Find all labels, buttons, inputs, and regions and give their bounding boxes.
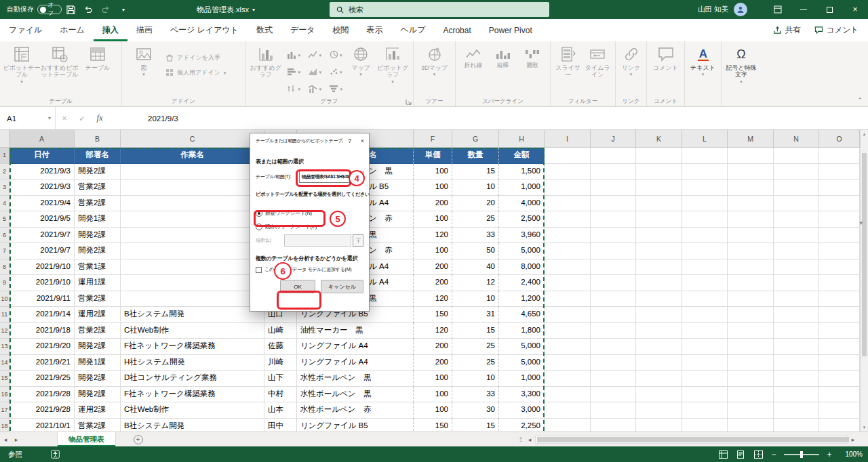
cell[interactable] xyxy=(545,339,591,355)
cell[interactable] xyxy=(774,339,819,355)
column-header-L[interactable]: L xyxy=(682,130,728,148)
scroll-down-icon[interactable]: ▾ xyxy=(861,425,868,430)
dialog-launcher-icon[interactable] xyxy=(406,99,412,105)
cell[interactable] xyxy=(636,419,682,432)
cell[interactable] xyxy=(819,211,860,228)
vertical-scrollbar[interactable]: ▴ ▾ xyxy=(860,130,868,432)
cell[interactable] xyxy=(728,339,774,355)
cell[interactable] xyxy=(682,196,728,212)
zoom-slider-thumb[interactable] xyxy=(800,451,803,458)
tab-data[interactable]: データ xyxy=(281,19,324,41)
formula-input[interactable]: 2021/9/3 xyxy=(148,107,178,129)
cell[interactable] xyxy=(545,211,591,228)
cell[interactable] xyxy=(636,259,682,276)
cell[interactable] xyxy=(774,228,819,244)
cell[interactable]: 1,000 xyxy=(499,180,545,196)
cell[interactable] xyxy=(728,323,774,339)
sparkline-column-button[interactable]: 縦棒 xyxy=(488,43,518,68)
cell[interactable] xyxy=(636,291,682,308)
cell[interactable]: 2021/9/4 xyxy=(9,196,75,212)
share-button[interactable]: 共有 xyxy=(773,25,801,35)
cell[interactable] xyxy=(545,275,591,291)
cell[interactable] xyxy=(591,228,636,244)
cell[interactable]: 4,650 xyxy=(499,307,545,323)
cell[interactable]: 2021/9/25 xyxy=(9,371,75,387)
cell[interactable] xyxy=(728,371,774,387)
cell[interactable] xyxy=(591,371,636,387)
cell[interactable] xyxy=(591,148,636,164)
cell[interactable]: D社コンサルティング業務 xyxy=(121,371,264,387)
cell[interactable] xyxy=(728,180,774,196)
cell[interactable] xyxy=(682,211,728,228)
column-header-B[interactable]: B xyxy=(75,130,121,148)
column-header-M[interactable]: M xyxy=(728,130,774,148)
cell[interactable]: 作業名 xyxy=(121,148,264,164)
cell[interactable] xyxy=(728,402,774,419)
cell[interactable]: 開発2課 xyxy=(75,164,121,180)
cell[interactable] xyxy=(545,307,591,323)
cell[interactable]: 水性ボールペン 黒 xyxy=(297,387,414,403)
cell[interactable]: 運用2課 xyxy=(75,402,121,419)
sparkline-winloss-button[interactable]: 勝敗 xyxy=(517,43,547,68)
cell[interactable] xyxy=(774,275,819,291)
cell[interactable]: 120 xyxy=(414,291,452,308)
cell[interactable] xyxy=(819,307,860,323)
cell[interactable] xyxy=(682,148,728,164)
cell[interactable] xyxy=(545,180,591,196)
maximize-button[interactable] xyxy=(816,0,842,19)
cell[interactable] xyxy=(774,323,819,339)
tab-help[interactable]: ヘルプ xyxy=(392,19,435,41)
cell[interactable] xyxy=(682,323,728,339)
cell[interactable] xyxy=(636,339,682,355)
cell[interactable] xyxy=(591,419,636,432)
timeline-button[interactable]: タイムライン xyxy=(583,43,613,79)
sheet-nav-left-icon[interactable]: ◂ xyxy=(0,436,11,443)
tab-draw[interactable]: 描画 xyxy=(127,19,161,41)
symbols-button[interactable]: Ω 記号と特殊文字 ▾ xyxy=(724,43,758,84)
cell[interactable]: 2021/9/3 xyxy=(9,164,75,180)
cell[interactable]: 2021/9/18 xyxy=(9,323,75,339)
search-input[interactable]: 検索 xyxy=(330,2,549,17)
cell[interactable] xyxy=(774,355,819,371)
horizontal-scrollbar[interactable]: ⁞⁞ ◂ ▸ xyxy=(519,434,859,445)
minimize-button[interactable] xyxy=(791,0,816,19)
cell[interactable]: 10 xyxy=(452,371,499,387)
tab-review[interactable]: 校閲 xyxy=(324,19,358,41)
cell[interactable] xyxy=(121,211,264,228)
cell[interactable] xyxy=(774,148,819,164)
cell[interactable] xyxy=(121,164,264,180)
cell[interactable]: 開発2課 xyxy=(75,243,121,259)
cell[interactable]: 30 xyxy=(452,402,499,419)
cell[interactable] xyxy=(682,387,728,403)
cell[interactable]: 日付 xyxy=(9,148,75,164)
row-header-18[interactable]: 18 xyxy=(0,419,9,432)
cell[interactable]: 開発2課 xyxy=(75,387,121,403)
cell[interactable] xyxy=(545,228,591,244)
cell[interactable]: 2021/9/28 xyxy=(9,387,75,403)
cell[interactable]: リングファイル B5 xyxy=(297,419,414,432)
tab-acrobat[interactable]: Acrobat xyxy=(434,19,479,41)
column-header-C[interactable]: C xyxy=(121,130,264,148)
cell[interactable]: 100 xyxy=(414,387,452,403)
cell[interactable] xyxy=(682,228,728,244)
cell[interactable] xyxy=(591,211,636,228)
table-button[interactable]: テーブル xyxy=(79,43,117,71)
cell[interactable] xyxy=(728,307,774,323)
cell[interactable]: 2021/9/3 xyxy=(9,180,75,196)
cell[interactable]: 15 xyxy=(452,419,499,432)
cell[interactable] xyxy=(819,387,860,403)
cell[interactable] xyxy=(636,211,682,228)
cell[interactable] xyxy=(545,419,591,432)
radio-new-worksheet[interactable]: 新規ワークシート(N) xyxy=(256,210,363,217)
tab-file[interactable]: ファイル xyxy=(0,19,51,41)
cell[interactable] xyxy=(636,180,682,196)
cell[interactable] xyxy=(545,387,591,403)
cell[interactable]: 10 xyxy=(452,291,499,308)
row-header-5[interactable]: 5 xyxy=(0,211,9,228)
cell[interactable] xyxy=(682,307,728,323)
page-layout-view-button[interactable] xyxy=(735,450,746,459)
cell[interactable]: 100 xyxy=(414,371,452,387)
row-header-9[interactable]: 9 xyxy=(0,275,9,291)
scatter-chart-button[interactable]: ▾ xyxy=(326,63,347,80)
cell[interactable] xyxy=(682,164,728,180)
